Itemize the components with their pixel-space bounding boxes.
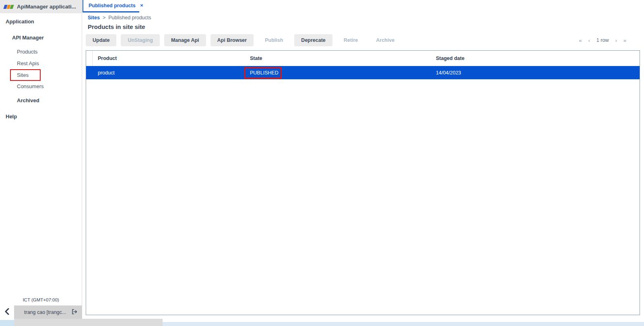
sidebar-item-application[interactable]: Application	[6, 19, 34, 25]
manage-api-button[interactable]: Manage Api	[164, 34, 206, 46]
tab-published-products[interactable]: Published products ✕	[83, 0, 139, 12]
column-header-staged-date: Staged date	[431, 56, 640, 61]
user-name-label: trang cao [trangc...	[24, 309, 66, 315]
page-title: Products in site site	[88, 23, 145, 30]
logout-icon[interactable]	[72, 309, 77, 316]
background-window-strip	[0, 319, 644, 326]
sidebar-item-archived[interactable]: Archived	[17, 97, 39, 103]
tab-close-icon[interactable]: ✕	[140, 4, 143, 8]
table-header-row: Product State Staged date	[86, 51, 640, 66]
cell-product: product	[93, 70, 245, 76]
next-page-icon[interactable]: ›	[615, 37, 617, 43]
user-menu[interactable]: trang cao [trangc...	[14, 305, 82, 319]
publish-button: Publish	[258, 34, 290, 46]
toolbar: Update UnStaging Manage Api Api Browser …	[86, 34, 401, 46]
sidebar-item-help[interactable]: Help	[6, 113, 17, 120]
first-page-icon[interactable]: «	[579, 37, 582, 43]
app-header: ApiManager applicati...	[0, 0, 82, 13]
last-page-icon[interactable]: »	[623, 37, 626, 43]
products-table: Product State Staged date product PUBLIS…	[86, 50, 640, 315]
sidebar-item-products[interactable]: Products	[17, 49, 37, 55]
table-row[interactable]: product PUBLISHED 14/04/2023	[86, 66, 640, 79]
api-browser-button[interactable]: Api Browser	[211, 34, 254, 46]
tab-bar: Published products ✕	[83, 0, 644, 12]
breadcrumb-separator: >	[103, 15, 105, 21]
sidebar-item-rest-apis[interactable]: Rest Apis	[17, 60, 39, 66]
unstaging-button: UnStaging	[121, 34, 160, 46]
breadcrumb: Sites > Published products	[88, 15, 151, 21]
app-logo-icon	[4, 5, 13, 9]
column-header-product: Product	[93, 56, 245, 61]
timezone-label: ICT (GMT+07:00)	[0, 297, 82, 302]
app-window: ApiManager applicati... Application API …	[0, 0, 644, 326]
cell-staged-date: 14/04/2023	[431, 70, 640, 76]
sidebar-collapse-button[interactable]	[0, 305, 14, 319]
app-title: ApiManager applicati...	[17, 4, 76, 10]
sidebar-item-api-manager[interactable]: API Manager	[12, 35, 44, 41]
tab-label: Published products	[89, 3, 136, 8]
archive-button: Archive	[369, 34, 401, 46]
main-content: Published products ✕ Sites > Published p…	[83, 0, 644, 326]
sidebar: ApiManager applicati... Application API …	[0, 0, 82, 326]
update-button[interactable]: Update	[86, 34, 116, 46]
selector-column-header	[86, 51, 93, 66]
pagination: « ‹ 1 row › »	[579, 35, 626, 45]
breadcrumb-current: Published products	[108, 15, 151, 21]
breadcrumb-sites-link[interactable]: Sites	[88, 15, 100, 21]
column-header-state: State	[245, 56, 431, 61]
retire-button: Retire	[337, 34, 365, 46]
chevron-left-icon	[5, 308, 9, 316]
sidebar-item-consumers[interactable]: Consumers	[17, 83, 43, 89]
prev-page-icon[interactable]: ‹	[588, 37, 590, 43]
cell-state: PUBLISHED	[245, 70, 431, 76]
deprecate-button[interactable]: Deprecate	[294, 34, 332, 46]
sidebar-item-sites[interactable]: Sites	[17, 72, 29, 78]
row-count-label: 1 row	[597, 37, 609, 43]
